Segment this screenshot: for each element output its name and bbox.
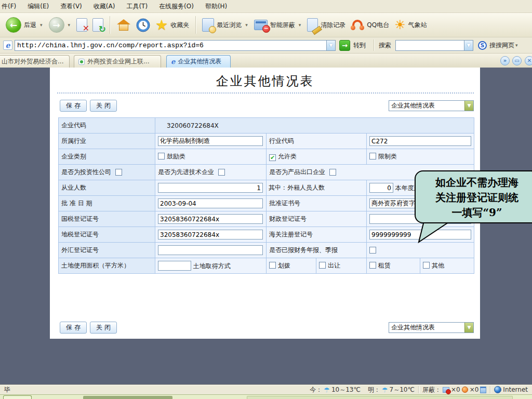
tab-list-button[interactable]: ▭ [512,56,522,65]
smart-block-dropdown-icon[interactable]: ▾ [299,22,301,28]
menu-favorites[interactable]: 收藏(A) [88,0,121,13]
taskbar-active-window[interactable] [83,396,172,399]
row-employees: 从业人数 其中：外籍人员人数 本年度新增就业 [59,180,474,196]
status-bar: 毕 今： ☂ 10～13℃ 明： ☂ 7～10℃ 屏蔽： ×0 ×0 Inter… [0,384,532,394]
foreign-staff-input[interactable] [369,183,393,193]
national-tax-input[interactable] [158,214,263,224]
form-nav-select-bottom[interactable]: 企业其他情况表 ▼ [389,322,474,333]
financial-report-checkbox[interactable] [369,247,376,254]
favorites-button[interactable]: ★ 收藏夹 [153,17,192,33]
go-label[interactable]: 转到 [353,41,366,50]
tab-overflow-button[interactable]: » [500,56,510,65]
advanced-tech-checkbox[interactable] [218,169,225,176]
back-button[interactable]: ← 后退 ▾ [3,16,46,34]
row-approval: 批 准 日 期 批准证书号 [59,196,474,211]
close-button-top[interactable]: 关 闭 [90,100,117,112]
toolbar-separator [195,16,196,34]
row-land: 土地使用面积（平方米） 土地取得方式 划拨 出让 租赁 其他 [59,258,474,274]
menu-online-services[interactable]: 在线服务(O) [153,0,200,13]
taskbar-quicklaunch[interactable] [3,395,32,399]
menu-file[interactable]: 件(F) [0,0,22,13]
row-forex: 外汇登记证号 是否已报财务年报、季报 [59,243,474,258]
land-other-checkbox[interactable] [423,262,430,269]
engine-dropdown-icon[interactable]: ▾ [515,43,518,48]
employees-input[interactable] [158,183,263,193]
url-dropdown-button[interactable]: ▼ [326,40,336,51]
float-block-icon[interactable] [462,387,468,393]
qq-radio-button[interactable]: QQ电台 [348,19,392,31]
land-allocate-checkbox[interactable] [269,262,276,269]
land-area-input[interactable] [158,261,191,271]
save-button-top[interactable]: 保 存 [60,100,87,112]
local-tax-input[interactable] [158,230,263,240]
go-icon[interactable]: → [339,40,350,51]
row-industry: 所属行业 行业代码 [59,134,474,149]
product-export-checkbox[interactable] [329,169,336,176]
financial-report-label: 是否已报财务年报、季报 [267,243,367,258]
search-dropdown-button[interactable]: ▼ [464,40,473,51]
toolbar-separator [110,16,110,34]
investment-checkbox[interactable] [115,169,122,176]
industry-code-input[interactable] [369,136,471,146]
tab-enterprise-form[interactable]: e 企业其他情况表 [166,55,231,68]
industry-label: 所属行业 [59,134,155,149]
smart-block-icon [254,20,268,30]
approval-date-input[interactable] [158,198,263,208]
search-input[interactable] [395,40,464,51]
back-icon: ← [6,17,21,33]
select-arrow-icon[interactable]: ▼ [464,101,473,111]
menu-bar: 件(F) 编辑(E) 查看(V) 收藏(A) 工具(T) 在线服务(O) 帮助(… [0,0,532,13]
home-button[interactable] [114,18,134,33]
industry-input[interactable] [158,136,263,146]
land-lease-checkbox[interactable] [369,262,376,269]
smart-block-button[interactable]: 智能屏蔽 ▾ [251,19,305,31]
address-bar: e ▼ → 转到 搜索 ▼ S 搜搜网页 ▾ [0,37,532,54]
menu-help[interactable]: 帮助(H) [200,0,233,13]
main-toolbar: ← 后退 ▾ → ▾ ✕ ↻ ★ 收藏夹 最近浏览 ▾ [0,13,532,37]
history-button[interactable] [134,17,153,33]
tab-close-button[interactable]: ✕ [525,56,532,65]
local-tax-label: 地税登记证号 [59,227,155,243]
menu-view[interactable]: 查看(V) [55,0,88,13]
forex-input[interactable] [158,245,263,255]
menu-edit[interactable]: 编辑(E) [22,0,55,13]
row-enterprise-code: 企业代码 320060722684X [59,118,474,134]
forward-dropdown-icon[interactable]: ▾ [68,22,71,28]
back-dropdown-icon[interactable]: ▾ [40,22,43,28]
menu-tools[interactable]: 工具(T) [121,0,153,13]
restrict-checkbox[interactable] [369,153,376,159]
taskbar-window-button[interactable] [247,396,513,399]
encourage-checkbox[interactable] [158,153,165,159]
status-separator [490,386,490,393]
land-grant-checkbox[interactable] [319,262,326,269]
windows-taskbar-edge[interactable] [0,394,532,399]
popup-block-icon[interactable] [443,387,449,393]
ad-filter-icon[interactable] [480,387,486,393]
close-button-bottom[interactable]: 关 闭 [90,322,117,334]
status-done-text: 毕 [4,385,10,394]
search-label: 搜索 [379,41,391,50]
recent-browsing-button[interactable]: 最近浏览 ▾ [200,17,251,33]
forward-button[interactable]: → ▾ [46,16,74,34]
tab-foreign-trade[interactable]: 山市对外贸易经济合... [0,55,70,68]
clear-history-button[interactable]: 清除记录 [304,17,348,33]
recent-dropdown-icon[interactable]: ▾ [245,22,248,28]
enterprise-form-table: 企业代码 320060722684X 所属行业 行业代码 企业类别 鼓励类 ✔允… [58,117,474,274]
tab-online-reporting[interactable]: 外商投资企业网上联... [74,55,161,68]
code-label: 企业代码 [59,118,155,134]
product-export-label: 是否为产品出口企业 [269,168,325,177]
url-input[interactable] [15,40,326,51]
star-icon: ★ [155,18,168,32]
row-local-tax: 地税登记证号 海关注册登记号 [59,227,474,243]
stop-button[interactable]: ✕ [74,17,90,33]
permit-checkbox[interactable]: ✔ [269,154,276,161]
select-arrow-icon[interactable]: ▼ [464,323,473,332]
form-nav-select-top[interactable]: 企业其他情况表 ▼ [389,100,474,111]
approval-date-label: 批 准 日 期 [59,196,155,211]
engine-label[interactable]: 搜搜网页 [489,41,514,50]
save-button-bottom[interactable]: 保 存 [60,322,87,334]
weather-station-button[interactable]: ☀ 气象站 [392,18,430,32]
callout-tail [416,220,457,244]
national-tax-label: 国税登记证号 [59,211,155,227]
refresh-button[interactable]: ↻ [90,17,106,33]
